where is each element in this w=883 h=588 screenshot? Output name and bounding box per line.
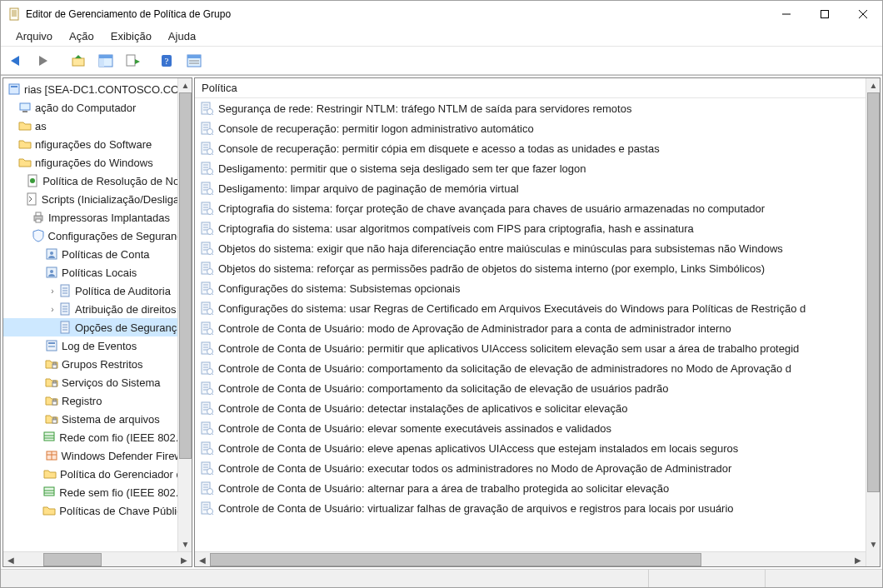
list-row[interactable]: Criptografia do sistema: usar algoritmos… — [195, 218, 866, 238]
list-row[interactable]: Configurações do sistema: usar Regras de… — [195, 298, 866, 318]
scroll-right-arrow[interactable]: ▶ — [851, 552, 866, 566]
scroll-up-arrow[interactable]: ▲ — [178, 78, 192, 92]
svg-line-123 — [212, 274, 214, 276]
list-row[interactable]: Controle de Conta de Usuário: comportame… — [195, 358, 866, 378]
policy-item-icon — [200, 361, 213, 375]
list-row[interactable]: Controle de Conta de Usuário: virtualiza… — [195, 498, 866, 518]
column-header-politica[interactable]: Política — [195, 80, 244, 96]
tree-item[interactable]: Política do Gerenciador de — [3, 465, 192, 483]
tree-item[interactable]: nfigurações do Software — [3, 135, 192, 153]
properties-button[interactable] — [182, 49, 206, 72]
tree-item[interactable]: Sistema de arquivos — [3, 410, 192, 428]
svg-line-141 — [212, 334, 214, 336]
scroll-left-arrow[interactable]: ◀ — [3, 552, 18, 567]
menu-exibicao[interactable]: Exibição — [102, 28, 160, 44]
tree-item[interactable]: Serviços do Sistema — [3, 373, 192, 391]
tree-item[interactable]: Log de Eventos — [3, 336, 192, 355]
tree-item[interactable]: Políticas Locais — [3, 263, 192, 282]
scroll-down-arrow[interactable]: ▼ — [866, 537, 880, 551]
scroll-down-arrow[interactable]: ▼ — [178, 537, 192, 551]
tree-item[interactable]: rias [SEA-DC1.CONTOSCO.COM — [3, 80, 192, 98]
tree-item[interactable]: Rede com fio (IEEE 802.3) — [3, 428, 192, 446]
scroll-thumb[interactable] — [43, 553, 102, 566]
list-row[interactable]: Objetos do sistema: exigir que não haja … — [195, 238, 866, 258]
tree-horizontal-scrollbar[interactable]: ◀ ▶ — [3, 551, 192, 566]
tree-vertical-scrollbar[interactable]: ▲ ▼ — [177, 78, 192, 551]
svg-point-116 — [207, 249, 213, 255]
list-row[interactable]: Desligamento: limpar arquivo de paginaçã… — [195, 178, 866, 198]
policy-item-icon — [200, 262, 213, 275]
policy-item-label: Console de recuperação: permitir logon a… — [218, 122, 534, 135]
tree-twisty[interactable]: › — [47, 305, 58, 314]
close-button[interactable] — [844, 1, 882, 27]
scroll-left-arrow[interactable]: ◀ — [195, 552, 210, 566]
svg-point-104 — [207, 209, 213, 215]
list-vertical-scrollbar[interactable]: ▲ ▼ — [866, 78, 880, 566]
svg-rect-14 — [99, 55, 112, 58]
tree-item-label: Windows Defender Firewa — [62, 450, 188, 462]
tree-item[interactable]: Impressoras Implantadas — [3, 208, 192, 227]
tree-item[interactable]: Opções de Segurança — [3, 318, 192, 336]
scroll-thumb[interactable] — [179, 92, 192, 459]
tree-item[interactable]: Grupos Restritos — [3, 355, 192, 373]
scroll-up-arrow[interactable]: ▲ — [866, 78, 880, 92]
tree[interactable]: rias [SEA-DC1.CONTOSCO.COMação do Comput… — [3, 78, 192, 551]
tree-item[interactable]: Políticas de Conta — [3, 245, 192, 263]
tree-item-label: Políticas Locais — [62, 267, 137, 279]
tree-item[interactable]: Scripts (Inicialização/Desligam — [3, 190, 192, 208]
tree-item[interactable]: Políticas de Chave Pública — [3, 501, 192, 520]
minimize-button[interactable] — [767, 1, 806, 27]
nav-forward-button[interactable] — [32, 49, 56, 72]
tree-item-label: Log de Eventos — [62, 340, 137, 352]
list-row[interactable]: Console de recuperação: permitir cópia e… — [195, 138, 866, 158]
list-header[interactable]: Política — [195, 78, 880, 98]
list-row[interactable]: Criptografia do sistema: forçar proteção… — [195, 198, 866, 218]
tree-item[interactable]: nfigurações do Windows — [3, 153, 192, 172]
tree-item[interactable]: Registro — [3, 391, 192, 410]
policy-item-label: Controle de Conta de Usuário: modo de Ap… — [218, 322, 731, 335]
maximize-button[interactable] — [806, 1, 844, 27]
tree-item[interactable]: Rede sem fio (IEEE 802.3) — [3, 483, 192, 501]
tree-item[interactable]: ›Atribuição de direitos — [3, 300, 192, 318]
scroll-thumb[interactable] — [210, 553, 701, 566]
svg-line-87 — [212, 154, 214, 156]
tree-item[interactable]: ›Política de Auditoria — [3, 282, 192, 300]
svg-point-152 — [207, 369, 213, 375]
list-row[interactable]: Controle de Conta de Usuário: permitir q… — [195, 338, 866, 358]
list-row[interactable]: Console de recuperação: permitir logon a… — [195, 118, 866, 138]
svg-point-182 — [207, 469, 213, 475]
tree-item-label: Sistema de arquivos — [62, 413, 160, 426]
tree-item[interactable]: as — [3, 117, 192, 135]
tree-item[interactable]: Política de Resolução de Nom — [3, 172, 192, 190]
scroll-thumb[interactable] — [867, 92, 880, 492]
list-row[interactable]: Configurações do sistema: Subsistemas op… — [195, 278, 866, 298]
list-row[interactable]: Desligamento: permitir que o sistema sej… — [195, 158, 866, 178]
tree-item[interactable]: ação do Computador — [3, 98, 192, 117]
show-hide-tree-button[interactable] — [94, 49, 117, 72]
scroll-right-arrow[interactable]: ▶ — [177, 552, 192, 567]
menu-acao[interactable]: Ação — [61, 28, 102, 44]
list-row[interactable]: Objetos do sistema: reforçar as permissõ… — [195, 258, 866, 278]
menu-ajuda[interactable]: Ajuda — [160, 28, 204, 44]
policy-list[interactable]: Política Segurança de rede: Restringir N… — [195, 78, 880, 566]
tree-item[interactable]: Configurações de Segurança — [3, 227, 192, 245]
list-horizontal-scrollbar[interactable]: ◀ ▶ — [195, 551, 866, 566]
policy-icon — [26, 174, 39, 187]
menu-arquivo[interactable]: Arquivo — [7, 28, 61, 44]
list-row[interactable]: Controle de Conta de Usuário: eleve apen… — [195, 438, 866, 458]
list-row[interactable]: Controle de Conta de Usuário: detectar i… — [195, 398, 866, 418]
help-button[interactable]: ? — [156, 49, 179, 72]
export-list-button[interactable] — [121, 49, 144, 72]
list-row[interactable]: Controle de Conta de Usuário: comportame… — [195, 378, 866, 398]
list-row[interactable]: Controle de Conta de Usuário: alternar p… — [195, 478, 866, 498]
tree-item-label: Serviços do Sistema — [62, 376, 161, 389]
list-row[interactable]: Controle de Conta de Usuário: executar t… — [195, 458, 866, 478]
tree-twisty[interactable]: › — [47, 287, 58, 296]
svg-rect-16 — [127, 55, 135, 66]
list-row[interactable]: Segurança de rede: Restringir NTLM: tráf… — [195, 98, 866, 118]
nav-back-button[interactable] — [6, 49, 29, 72]
up-level-button[interactable] — [67, 49, 91, 72]
list-row[interactable]: Controle de Conta de Usuário: modo de Ap… — [195, 318, 866, 338]
tree-item[interactable]: Windows Defender Firewa — [3, 446, 192, 465]
list-row[interactable]: Controle de Conta de Usuário: elevar som… — [195, 418, 866, 438]
